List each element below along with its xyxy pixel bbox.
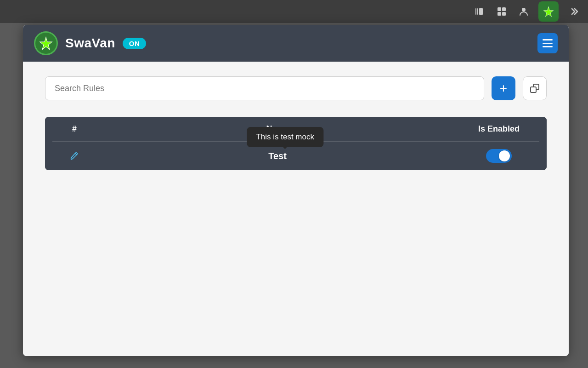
rules-table: # Name Is Enabled Test This is test mock bbox=[45, 117, 547, 170]
panel-header: SwaVan ON bbox=[23, 25, 569, 62]
logo bbox=[34, 31, 58, 55]
toggle-cell bbox=[462, 149, 536, 163]
row-name: Test This is test mock bbox=[93, 151, 462, 161]
svg-point-7 bbox=[522, 8, 526, 12]
col-hash: # bbox=[56, 124, 93, 134]
header-left: SwaVan ON bbox=[34, 31, 146, 55]
col-enabled: Is Enabled bbox=[462, 124, 536, 134]
swavan-app-icon[interactable] bbox=[538, 1, 559, 22]
svg-rect-5 bbox=[498, 12, 501, 16]
more-icon[interactable] bbox=[566, 4, 581, 19]
profile-icon[interactable] bbox=[516, 4, 531, 19]
library-icon[interactable] bbox=[472, 4, 487, 19]
toggle-knob bbox=[499, 150, 510, 161]
svg-marker-9 bbox=[40, 37, 52, 50]
svg-rect-1 bbox=[477, 8, 478, 15]
hamburger-line-2 bbox=[543, 43, 553, 44]
col-name: Name bbox=[93, 124, 462, 134]
copy-icon bbox=[530, 84, 539, 93]
edit-icon[interactable] bbox=[56, 151, 93, 161]
search-input[interactable] bbox=[45, 76, 484, 100]
table-row: Test This is test mock bbox=[45, 142, 547, 170]
top-bar bbox=[0, 0, 588, 23]
add-rule-button[interactable]: + bbox=[492, 76, 515, 100]
menu-button[interactable] bbox=[537, 33, 558, 53]
layout-icon[interactable] bbox=[494, 4, 509, 19]
table-header: # Name Is Enabled bbox=[45, 117, 547, 141]
enabled-toggle[interactable] bbox=[486, 149, 512, 163]
svg-rect-4 bbox=[502, 7, 506, 11]
svg-rect-6 bbox=[502, 12, 506, 16]
copy-button[interactable] bbox=[523, 76, 547, 100]
hamburger-line-1 bbox=[543, 39, 553, 40]
svg-rect-2 bbox=[479, 8, 483, 15]
content-area: + # Name Is Enabled bbox=[23, 62, 569, 356]
status-badge: ON bbox=[123, 38, 147, 49]
main-panel: SwaVan ON + # Name Is E bbox=[23, 25, 569, 356]
svg-rect-0 bbox=[475, 8, 476, 15]
app-title: SwaVan bbox=[65, 36, 115, 51]
search-row: + bbox=[45, 76, 547, 100]
hamburger-line-3 bbox=[543, 46, 553, 47]
svg-marker-8 bbox=[543, 6, 553, 17]
svg-rect-3 bbox=[498, 7, 501, 11]
